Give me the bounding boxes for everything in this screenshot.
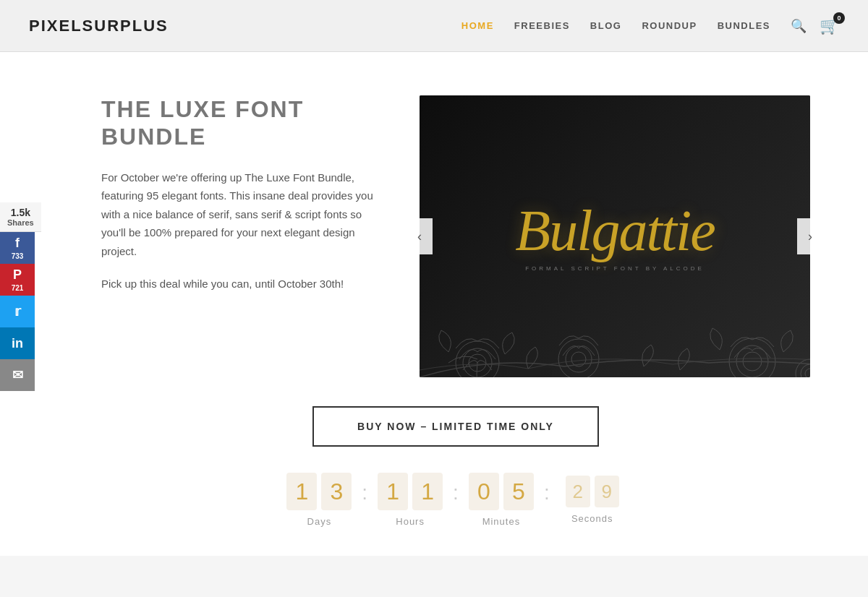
facebook-count: 733: [12, 252, 24, 260]
svg-point-4: [566, 346, 592, 372]
image-slider: ‹: [420, 95, 810, 377]
separator-1: :: [362, 481, 367, 519]
nav-bundles[interactable]: BUNDLES: [718, 20, 770, 31]
shares-label: Shares: [7, 218, 34, 227]
minutes-digit-2: 5: [503, 473, 534, 510]
minutes-digits: 0 5: [469, 473, 534, 510]
twitter-icon: 𝕣: [14, 304, 21, 319]
bundle-cta-text: Pick up this deal while you can, until O…: [101, 275, 376, 293]
bundle-description: For October we're offering up The Luxe F…: [101, 168, 376, 261]
main-content: THE LUXE FONT BUNDLE For October we're o…: [0, 52, 868, 556]
bundle-title: THE LUXE FONT BUNDLE: [101, 95, 376, 151]
search-icon[interactable]: 🔍: [791, 18, 807, 34]
seconds-digits: 2 9: [566, 476, 619, 507]
email-share-button[interactable]: ✉: [0, 359, 35, 391]
linkedin-share-button[interactable]: in: [0, 327, 35, 359]
seconds-label: Seconds: [571, 513, 613, 524]
countdown-seconds: 2 9 Seconds: [553, 476, 632, 524]
days-digit-1: 1: [286, 473, 317, 510]
nav-icons: 🔍 🛒 0: [791, 17, 839, 35]
separator-2: :: [453, 481, 459, 519]
share-number: 1.5k: [7, 207, 34, 218]
svg-point-3: [558, 339, 599, 377]
font-display-name: Bulgattie: [515, 202, 714, 259]
font-display-subtitle: FORMAL SCRIPT FONT BY ALCODE: [515, 265, 714, 272]
hours-label: Hours: [396, 516, 425, 527]
pinterest-share-button[interactable]: P 721: [0, 264, 35, 296]
countdown-hours: 1 1 Hours: [370, 473, 450, 527]
main-nav: HOME FREEBIES BLOG ROUNDUP BUNDLES 🔍 🛒 0: [461, 17, 839, 35]
hours-digit-1: 1: [378, 473, 408, 510]
twitter-share-button[interactable]: 𝕣: [0, 296, 35, 327]
countdown-minutes: 0 5 Minutes: [461, 473, 541, 527]
cart-icon-wrap[interactable]: 🛒 0: [820, 17, 839, 35]
slider-next-button[interactable]: ›: [797, 218, 823, 254]
cart-badge: 0: [833, 12, 845, 24]
svg-point-6: [729, 338, 775, 377]
left-content: THE LUXE FONT BUNDLE For October we're o…: [101, 95, 376, 293]
slide-image: Bulgattie FORMAL SCRIPT FONT BY ALCODE: [420, 95, 810, 377]
site-header: PIXELSURPLUS HOME FREEBIES BLOG ROUNDUP …: [0, 0, 868, 52]
social-share-count: 1.5k Shares: [0, 202, 41, 232]
nav-freebies[interactable]: FREEBIES: [514, 20, 570, 31]
svg-point-11: [805, 369, 810, 377]
days-digits: 1 3: [286, 473, 352, 510]
pinterest-icon: P: [13, 267, 22, 283]
days-label: Days: [307, 516, 332, 527]
social-sidebar: 1.5k Shares f 733 P 721 𝕣 in ✉: [0, 202, 41, 391]
hours-digit-2: 1: [412, 473, 443, 510]
email-icon: ✉: [12, 367, 23, 383]
seconds-digit-1: 2: [566, 476, 590, 507]
seconds-digit-2: 9: [595, 476, 619, 507]
buy-section: BUY NOW – LIMITED TIME ONLY: [101, 406, 810, 447]
pinterest-count: 721: [12, 284, 24, 292]
nav-roundup[interactable]: ROUNDUP: [642, 20, 697, 31]
nav-blog[interactable]: BLOG: [590, 20, 622, 31]
slide-content: Bulgattie FORMAL SCRIPT FONT BY ALCODE: [420, 95, 810, 377]
countdown-section: 1 3 Days : 1 1 Hours : 0 5 Minutes :: [101, 473, 810, 527]
nav-home[interactable]: HOME: [461, 20, 494, 31]
separator-3: :: [544, 481, 550, 519]
buy-now-button[interactable]: BUY NOW – LIMITED TIME ONLY: [312, 406, 599, 447]
minutes-label: Minutes: [482, 516, 521, 527]
minutes-digit-1: 0: [469, 473, 499, 510]
content-area: THE LUXE FONT BUNDLE For October we're o…: [101, 95, 810, 377]
slider-prev-button[interactable]: ‹: [407, 218, 433, 254]
facebook-share-button[interactable]: f 733: [0, 232, 35, 264]
site-logo[interactable]: PIXELSURPLUS: [29, 17, 169, 35]
facebook-icon: f: [15, 236, 20, 251]
countdown-days: 1 3 Days: [279, 473, 359, 527]
linkedin-icon: in: [12, 336, 23, 351]
days-digit-2: 3: [321, 473, 352, 510]
hours-digits: 1 1: [378, 473, 443, 510]
